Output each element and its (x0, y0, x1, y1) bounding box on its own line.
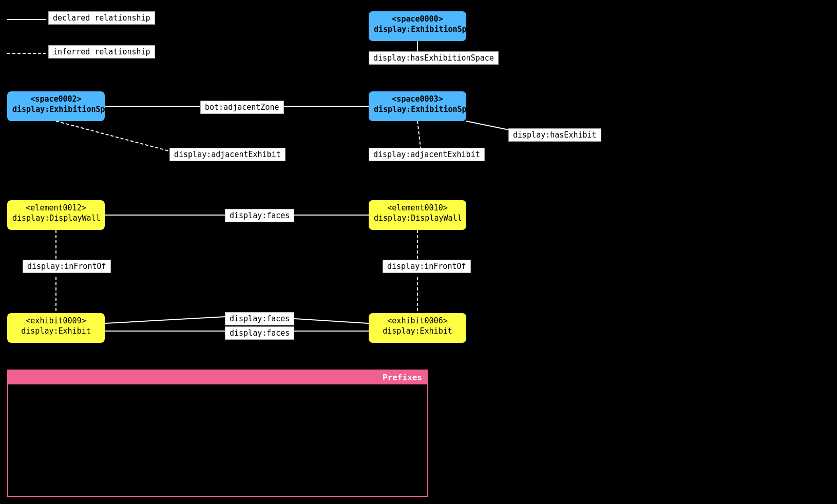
edge-label-inFrontOf2: display:inFrontOf (383, 260, 471, 273)
node-element0010[interactable]: <element0010> display:DisplayWall (369, 200, 466, 230)
edge-label-faces2: display:faces (225, 312, 294, 325)
inferred-relationship-box: inferred relationship (48, 45, 155, 59)
edge-label-faces3: display:faces (225, 326, 294, 340)
svg-line-6 (56, 121, 175, 152)
prefixes-header: Prefixes (8, 371, 427, 384)
node-exhibit0009[interactable]: <exhibit0009> display:Exhibit (7, 313, 105, 343)
edge-label-adjacentExhibit1: display:adjacentExhibit (169, 148, 286, 161)
node-exhibit0006[interactable]: <exhibit0006> display:Exhibit (369, 313, 466, 343)
node-space0002[interactable]: <space0002> display:ExhibitionSpace (7, 91, 105, 121)
node-space0003[interactable]: <space0003> display:ExhibitionSpace (369, 91, 466, 121)
prefixes-panel: Prefixes (7, 370, 428, 497)
edge-label-botAdjacentZone: bot:adjacentZone (200, 101, 284, 114)
edge-label-adjacentExhibit2: display:adjacentExhibit (369, 148, 485, 161)
edge-label-hasExhibitionSpace: display:hasExhibitionSpace (369, 51, 499, 65)
edge-label-faces1: display:faces (225, 209, 294, 222)
declared-relationship-box: declared relationship (48, 11, 155, 25)
node-space0000[interactable]: <space0000> display:ExhibitionSpace (369, 11, 466, 41)
node-element0012[interactable]: <element0012> display:DisplayWall (7, 200, 105, 230)
svg-line-14 (105, 317, 226, 323)
edge-label-hasExhibit: display:hasExhibit (508, 128, 601, 142)
edge-label-inFrontOf1: display:inFrontOf (23, 260, 111, 273)
